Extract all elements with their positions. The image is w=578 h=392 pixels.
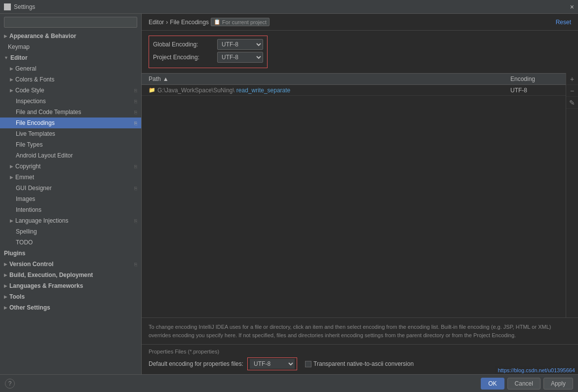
sidebar-item-copyright[interactable]: ▶ Copyright ⎘ (0, 161, 141, 172)
sidebar-item-live-templates[interactable]: Live Templates (0, 128, 141, 139)
sidebar-label: Live Templates (16, 130, 55, 137)
table-area: Path ▲ Encoding 📁 G:\Java_WorkSpace\SuNi… (142, 73, 578, 374)
project-encoding-select[interactable]: UTF-8 ISO-8859-1 US-ASCII (217, 52, 263, 63)
sidebar-item-file-types[interactable]: File Types (0, 139, 141, 150)
sidebar-label: Code Style (15, 87, 44, 94)
sidebar-label: Keymap (8, 43, 30, 50)
search-input[interactable] (4, 17, 137, 28)
content-header: Editor › File Encodings 📋 For current pr… (142, 14, 578, 31)
sidebar-item-emmet[interactable]: ▶ Emmet (0, 172, 141, 183)
dialog-body: ▶ Appearance & Behavior Keymap ▼ Editor … (0, 14, 578, 374)
row-path: 📁 G:\Java_WorkSpace\SuNing\read_write_se… (142, 85, 506, 95)
dialog: ▶ Appearance & Behavior Keymap ▼ Editor … (0, 14, 578, 392)
table-side-buttons: + − ✎ (566, 73, 578, 317)
table-main: Path ▲ Encoding 📁 G:\Java_WorkSpace\SuNi… (142, 73, 566, 317)
sidebar-label: Editor (10, 54, 28, 61)
sidebar-label: General (15, 65, 37, 72)
table-body: 📁 G:\Java_WorkSpace\SuNing\read_write_se… (142, 85, 566, 317)
arrow-icon: ▶ (4, 305, 7, 310)
table-row[interactable]: 📁 G:\Java_WorkSpace\SuNing\read_write_se… (142, 85, 566, 96)
sidebar-label: Language Injections (15, 217, 68, 224)
sidebar-label: File Encodings (16, 119, 55, 126)
sort-icon[interactable]: ▲ (163, 76, 169, 82)
arrow-icon: ▶ (10, 88, 13, 93)
sidebar-item-code-style[interactable]: ▶ Code Style ⎘ (0, 85, 141, 96)
sidebar-item-file-code-templates[interactable]: File and Code Templates ⎘ (0, 107, 141, 118)
ok-button[interactable]: OK (481, 378, 504, 390)
folder-icon: 📁 (149, 87, 155, 93)
sidebar-item-version-control[interactable]: ▶ Version Control ⎘ (0, 259, 141, 270)
default-encoding-label: Default encoding for properties files: (149, 360, 243, 367)
edit-button[interactable]: ✎ (566, 97, 578, 109)
sidebar-item-file-encodings[interactable]: File Encodings ⎘ (0, 118, 141, 128)
transparent-label: Transparent native-to-ascii conversion (313, 360, 414, 367)
sidebar-item-language-injections[interactable]: ▶ Language Injections ⎘ (0, 215, 141, 226)
breadcrumb: Editor › File Encodings 📋 For current pr… (149, 18, 270, 26)
sidebar-item-todo[interactable]: TODO (0, 237, 141, 248)
row-encoding: UTF-8 (506, 85, 566, 95)
global-encoding-select[interactable]: UTF-8 ISO-8859-1 US-ASCII (217, 39, 263, 50)
sidebar-label: Spelling (16, 228, 37, 235)
sidebar-item-tools[interactable]: ▶ Tools (0, 291, 141, 302)
table-wrapper: Path ▲ Encoding 📁 G:\Java_WorkSpace\SuNi… (142, 73, 578, 317)
arrow-icon: ▶ (10, 77, 13, 82)
global-encoding-row: Global Encoding: UTF-8 ISO-8859-1 US-ASC… (153, 39, 263, 50)
sidebar-item-android-layout[interactable]: Android Layout Editor (0, 150, 141, 161)
transparent-checkbox-row: Transparent native-to-ascii conversion (305, 360, 414, 367)
sidebar-item-spelling[interactable]: Spelling (0, 226, 141, 237)
sidebar-item-languages[interactable]: ▶ Languages & Frameworks (0, 280, 141, 291)
sidebar-item-other-settings[interactable]: ▶ Other Settings (0, 302, 141, 313)
sidebar-label: GUI Designer (16, 185, 52, 192)
dialog-buttons: OK Cancel Apply (481, 378, 573, 390)
sidebar-item-gui-designer[interactable]: GUI Designer ⎘ (0, 183, 141, 194)
project-tag-icon: 📋 (214, 19, 221, 25)
sidebar-label: Inspections (16, 98, 46, 105)
sidebar-label: Other Settings (9, 304, 50, 311)
settings-icon: ⚙ (4, 3, 11, 10)
transparent-checkbox[interactable] (305, 361, 311, 367)
col-encoding-header: Encoding (506, 76, 566, 82)
prop-encoding-select[interactable]: UTF-8 ISO-8859-1 (250, 359, 295, 369)
encoding-section: Global Encoding: UTF-8 ISO-8859-1 US-ASC… (142, 31, 578, 73)
sidebar-label: Emmet (15, 174, 34, 181)
breadcrumb-separator: › (166, 19, 168, 26)
breadcrumb-current: File Encodings (170, 19, 209, 26)
cancel-button[interactable]: Cancel (507, 378, 540, 390)
arrow-icon: ▶ (10, 164, 13, 169)
title-bar-title: Settings (14, 3, 35, 10)
sidebar-item-editor[interactable]: ▼ Editor (0, 52, 141, 63)
arrow-icon: ▶ (4, 34, 7, 39)
reset-button[interactable]: Reset (556, 19, 571, 26)
copy-icon: ⎘ (134, 110, 137, 115)
add-button[interactable]: + (566, 73, 578, 85)
sidebar-label: Version Control (9, 261, 53, 268)
sidebar-item-general[interactable]: ▶ General (0, 63, 141, 74)
sidebar-item-images[interactable]: Images (0, 194, 141, 204)
sidebar-label: TODO (16, 239, 33, 246)
sidebar-item-build-exec[interactable]: ▶ Build, Execution, Deployment (0, 270, 141, 280)
arrow-icon: ▶ (4, 262, 7, 267)
sidebar-list: ▶ Appearance & Behavior Keymap ▼ Editor … (0, 31, 141, 374)
sidebar-item-intentions[interactable]: Intentions (0, 204, 141, 215)
apply-button[interactable]: Apply (543, 378, 573, 390)
project-tag-label: For current project (222, 19, 267, 25)
prop-encoding-box: UTF-8 ISO-8859-1 (247, 357, 297, 370)
sidebar-item-plugins[interactable]: Plugins (0, 248, 141, 259)
project-encoding-label: Project Encoding: (153, 54, 217, 61)
sidebar-item-appearance[interactable]: ▶ Appearance & Behavior (0, 31, 141, 41)
table-header: Path ▲ Encoding (142, 73, 566, 85)
sidebar-label: Appearance & Behavior (9, 33, 76, 39)
path-bold: read_write_separate (236, 87, 290, 94)
sidebar-label: Images (16, 196, 35, 202)
sidebar-item-inspections[interactable]: Inspections ⎘ (0, 96, 141, 107)
arrow-icon: ▶ (4, 283, 7, 288)
close-button[interactable]: × (570, 3, 574, 11)
copy-icon: ⎘ (134, 88, 137, 93)
sidebar-item-keymap[interactable]: Keymap (0, 41, 141, 52)
properties-title: Properties Files (*.properties) (149, 349, 571, 354)
sidebar-label: Android Layout Editor (16, 152, 73, 159)
help-button[interactable]: ? (5, 379, 15, 389)
remove-button[interactable]: − (566, 85, 578, 97)
sidebar-item-colors-fonts[interactable]: ▶ Colors & Fonts (0, 74, 141, 85)
copy-icon: ⎘ (134, 186, 137, 191)
